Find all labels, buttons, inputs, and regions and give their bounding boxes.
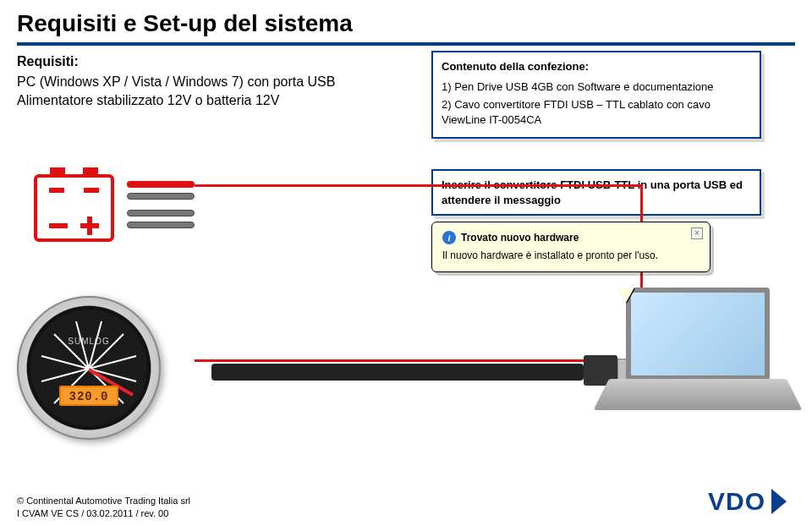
wire-connector xyxy=(127,210,195,216)
battery-minus-symbol xyxy=(49,223,68,228)
usb-cable xyxy=(211,364,584,381)
laptop-icon xyxy=(609,288,787,431)
laptop-base xyxy=(593,379,802,410)
footer: © Continental Automotive Trading Italia … xyxy=(17,495,190,519)
footer-docref: I CVAM VE CS / 03.02.2011 / rev. 00 xyxy=(17,507,190,519)
vdo-logo-text: VDO xyxy=(708,487,765,516)
balloon-close-button[interactable]: × xyxy=(691,227,703,239)
slide-title: Requisiti e Set-up del sistema xyxy=(0,0,812,42)
package-item-1: 1) Pen Drive USB 4GB con Software e docu… xyxy=(442,79,751,95)
wire-connector xyxy=(127,193,195,200)
package-item-2: 2) Cavo convertitore FTDI USB – TTL cabl… xyxy=(442,97,751,127)
gauge-lcd-readout: 320.0 xyxy=(59,386,118,406)
vdo-logo: VDO xyxy=(708,487,787,516)
battery-terminal-minus xyxy=(49,188,64,193)
balloon-body: Il nuovo hardware è installato e pronto … xyxy=(442,249,700,261)
package-contents-box: Contenuto della confezione: 1) Pen Drive… xyxy=(431,51,761,139)
balloon-title: Trovato nuovo hardware xyxy=(461,232,579,244)
title-underline xyxy=(17,42,795,46)
laptop-screen xyxy=(626,288,770,381)
battery-terminal-minus xyxy=(84,188,99,193)
info-icon: i xyxy=(442,231,456,244)
vdo-logo-triangle-icon xyxy=(771,489,787,514)
sumlog-gauge: SUMLOG 320.0 xyxy=(17,296,161,440)
gauge-brand-label: SUMLOG xyxy=(68,337,109,346)
battery-icon xyxy=(34,174,114,242)
package-contents-title: Contenuto della confezione: xyxy=(442,59,751,74)
instruction-box: Inserire il convertitore FTDI USB-TTL in… xyxy=(431,169,761,216)
wire-connector xyxy=(127,222,195,228)
balloon-tail xyxy=(617,288,634,303)
battery-plus-symbol xyxy=(87,216,92,235)
new-hardware-balloon: × i Trovato nuovo hardware Il nuovo hard… xyxy=(431,222,710,272)
wire-red xyxy=(127,181,195,188)
footer-copyright: © Continental Automotive Trading Italia … xyxy=(17,495,190,507)
